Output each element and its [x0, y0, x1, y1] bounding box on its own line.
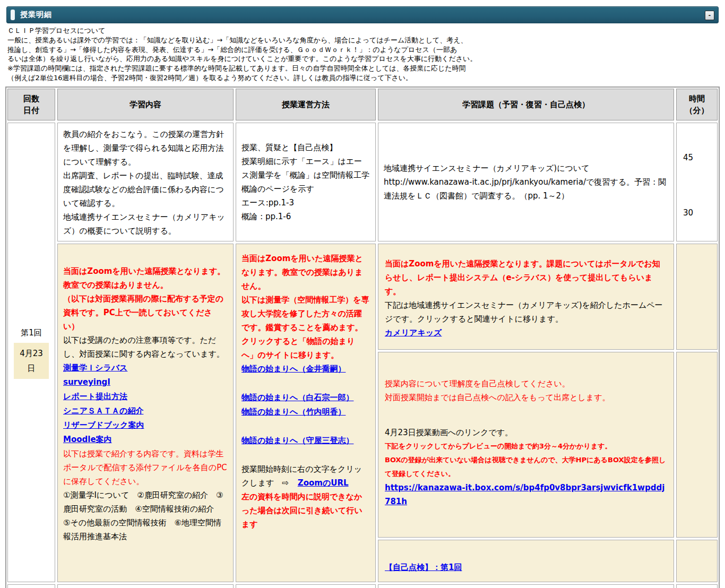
session-number: 第1回: [21, 326, 42, 340]
next-row-cell: [57, 584, 234, 588]
content-topics-list: ①測量学Iについて ②鹿田研究室の紹介 ③鹿田研究室の活動 ④空間情報技術の紹介…: [63, 488, 228, 543]
link-story-shiraishi[interactable]: 物語の始まりへ（白石宗一郎）: [241, 393, 353, 402]
header-learning-task: 学習課題（予習・復習・自己点検）: [378, 89, 674, 120]
column-learning-content: 教員の紹介をおこなう。この授業の運営方針を理解し、測量学で得られる知識と応用方法…: [57, 123, 234, 582]
link-story-moriya[interactable]: 物語の始まりへ（守屋三登志）: [241, 436, 353, 445]
table-header-row: 回数 日付 学習内容 授業運営方法 学習課題（予習・復習・自己点検） 時間 （分…: [7, 89, 718, 120]
content-plan-text: 教員の紹介をおこなう。この授業の運営方針を理解し、測量学で得られる知識と応用方法…: [63, 127, 228, 238]
next-row-cell: [7, 584, 55, 588]
task-video-note: 4月23日授業動画へのリンクです。: [385, 426, 667, 439]
task-box-note: BOXの登録が出来ていない場合は視聴できませんので、大学HPにあるBOX設定を参…: [385, 453, 667, 481]
task-preview-note: 下記をクリックしてからプレビューの開始まで約3分～4分かかります。: [385, 439, 667, 453]
next-row-cell: [676, 584, 718, 588]
zoom-url-link[interactable]: ZoomのURL: [298, 478, 349, 488]
task-selfcheck-link-cell: 【自己点検】：第1回: [378, 540, 674, 582]
session-date: 4月23日: [14, 343, 49, 379]
link-senior-sata[interactable]: シニアＳＡＴＡの紹介: [63, 406, 143, 416]
minutes-empty-cell-1: [676, 244, 718, 350]
link-surveying1[interactable]: surveyingI: [63, 377, 110, 387]
column-session-date: 第1回 4月23日: [7, 123, 55, 582]
link-reserved-book[interactable]: リザーブドブック案内: [63, 420, 144, 430]
task-selfcheck-note: 授業内容について理解度を自己点検してください。 対面授業開始までは自己点検への記…: [385, 377, 667, 404]
header-class-method: 授業運営方法: [236, 89, 376, 120]
content-remote-cell: 当面はZoomを用いた遠隔授業となります。教室での授業はありません。 （以下は対…: [57, 244, 234, 582]
selfcheck-session1-link[interactable]: 【自己点検】：第1回: [385, 560, 462, 574]
minutes-cell: 45 30: [676, 123, 718, 241]
link-moodle-guide[interactable]: Moodle案内: [63, 435, 112, 444]
next-row-cell: [236, 584, 376, 588]
column-minutes: 45 30: [676, 123, 718, 582]
task-plan-text: 地域連携サイエンスセミナー（カメリアキッズ)についてhttp://www.kan…: [384, 161, 668, 203]
column-learning-task: 地域連携サイエンスセミナー（カメリアキッズ)についてhttp://www.kan…: [378, 123, 674, 582]
schedule-table: 回数 日付 学習内容 授業運営方法 学習課題（予習・復習・自己点検） 時間 （分…: [5, 87, 720, 588]
page-title: 授業明細: [20, 10, 52, 20]
table-row-session1: 第1回 4月23日 教員の紹介をおこなう。この授業の運営方針を理解し、測量学で得…: [7, 123, 718, 582]
link-story-kanai[interactable]: 物語の始まりへ（金井喬嗣）: [241, 364, 346, 374]
method-zoom-note: 授業開始時刻に右の文字をクリックします ⇨ ZoomのURL: [241, 462, 370, 490]
minutes-prep: 30: [683, 206, 717, 220]
minutes-empty-cell-2: [676, 352, 718, 538]
method-plan-cell: 授業、質疑と【自己点検】 授業明細に示す「エース」はエース測量学を「概論」は空間…: [236, 123, 376, 241]
table-row-session2-partial: [7, 584, 718, 588]
task-remote-note: 下記は地域連携サイエンスセミナー（カメリアキッズ)を紹介したホームページです。ク…: [385, 298, 667, 326]
link-report-submission[interactable]: レポート提出方法: [63, 392, 127, 401]
camellia-kids-link[interactable]: カメリアキッズ: [385, 328, 442, 338]
method-carryover-note: 左の資料を時間内に説明できなかった場合は次回に引き続いて行います: [241, 490, 370, 531]
header-learning-content: 学習内容: [57, 89, 234, 120]
method-plan-text: 授業、質疑と【自己点検】 授業明細に示す「エース」はエース測量学を「概論」は空間…: [241, 141, 370, 223]
session-date-cell: 第1回 4月23日: [7, 123, 55, 582]
link-survey1-syllabus[interactable]: 測量学Ｉシラバス: [63, 363, 127, 373]
task-plan-cell: 地域連携サイエンスセミナー（カメリアキッズ)についてhttp://www.kan…: [378, 123, 674, 241]
class-video-link[interactable]: https://kanazawa-it.box.com/s/bp4fp0v8bp…: [385, 483, 664, 506]
method-remote-cell: 当面はZoomを用いた遠隔授業となります。教室での授業はありません。 以下は測量…: [236, 244, 376, 582]
minutes-empty-cell-3: [676, 540, 718, 582]
header-minutes: 時間 （分）: [676, 89, 718, 120]
minutes-review: 45: [683, 151, 717, 165]
header-session-date: 回数 日付: [7, 89, 55, 120]
content-plan-cell: 教員の紹介をおこなう。この授業の運営方針を理解し、測量学で得られる知識と応用方法…: [57, 123, 234, 241]
next-row-cell: [378, 584, 674, 588]
task-remote-cell: 当面はZoomを用いた遠隔授業となります。課題についてはポータルでお知らせし、レ…: [378, 244, 674, 350]
content-remote-note: 以下は受講のための注意事項等です。ただし、対面授業に関する内容となっています。: [63, 333, 228, 361]
titlebar-accent-bar: [11, 10, 15, 20]
clip-process-intro-text: ＣＬＩＰ学習プロセスについて 一般に、授業あるいは課外での学習では：「知識などを…: [7, 26, 718, 83]
content-remote-notice: 当面はZoomを用いた遠隔授業となります。教室での授業はありません。 （以下は対…: [63, 264, 228, 333]
minimize-button[interactable]: -: [705, 11, 714, 20]
syllabus-page: 授業明細 - ＣＬＩＰ学習プロセスについて 一般に、授業あるいは課外での学習では…: [0, 0, 725, 588]
content-materials-note: 以下は授業で紹介する内容です。資料は学生ポータルで配信する添付ファイルを各自のP…: [63, 447, 228, 488]
task-selfcheck-cell: 授業内容について理解度を自己点検してください。 対面授業開始までは自己点検への記…: [378, 352, 674, 538]
task-remote-notice: 当面はZoomを用いた遠隔授業となります。課題についてはポータルでお知らせし、レ…: [385, 257, 667, 298]
window-titlebar: 授業明細 -: [6, 6, 719, 23]
column-class-method: 授業、質疑と【自己点検】 授業明細に示す「エース」はエース測量学を「概論」は空間…: [236, 123, 376, 582]
method-remote-notice: 当面はZoomを用いた遠隔授業となります。教室での授業はありません。 以下は測量…: [241, 252, 370, 362]
link-story-takeuchi[interactable]: 物語の始まりへ（竹内明香）: [241, 407, 346, 417]
